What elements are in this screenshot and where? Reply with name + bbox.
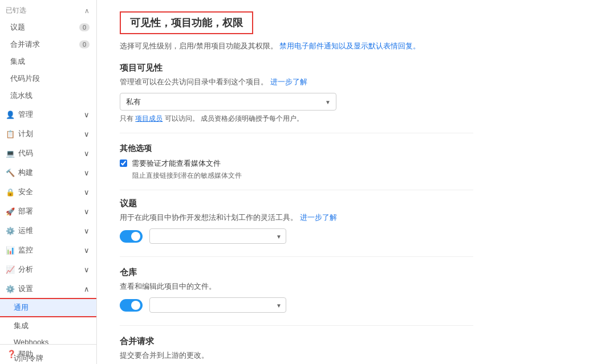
page-subtitle: 选择可见性级别，启用/禁用项目功能及其权限。 禁用电子邮件通知以及显示默认表情回… [120, 41, 473, 51]
other-options-title: 其他选项 [120, 144, 473, 154]
sidebar-item-integration[interactable]: 集成 [0, 53, 96, 70]
plan-chevron: ∨ [84, 130, 90, 138]
issues-toggle[interactable] [120, 230, 143, 243]
issues-select-wrapper [149, 228, 286, 244]
repository-toggle-row [120, 297, 473, 313]
sidebar-group-build-header[interactable]: 🔨 构建 ∨ [0, 163, 96, 182]
page-title-box: 可见性，项目功能，权限 [120, 11, 253, 34]
repository-select-wrapper [149, 297, 286, 313]
repository-section: 仓库 查看和编辑此项目中的文件。 [120, 267, 473, 326]
sidebar-group-plan-header[interactable]: 📋 计划 ∨ [0, 125, 96, 143]
admin-chevron: ∨ [84, 111, 90, 119]
merge-requests-desc: 提交要合并到上游的更改。 [120, 350, 473, 361]
sidebar-group-admin: 👤 管理 ∨ [0, 105, 96, 124]
build-icon: 🔨 [6, 169, 15, 177]
sidebar-group-code-header[interactable]: 💻 代码 ∨ [0, 144, 96, 162]
sidebar-item-issues[interactable]: 议题 0 [0, 19, 96, 36]
sidebar-group-security: 🔒 安全 ∨ [0, 183, 96, 201]
deploy-chevron: ∨ [84, 207, 90, 216]
visibility-title: 项目可见性 [120, 63, 473, 73]
sidebar-group-analyze-header[interactable]: 📈 分析 ∨ [0, 260, 96, 279]
sidebar-item-integrations[interactable]: 集成 [0, 317, 96, 334]
sidebar-group-admin-header[interactable]: 👤 管理 ∨ [0, 105, 96, 124]
admin-icon: 👤 [6, 111, 15, 119]
pinned-label: 已钉选 [6, 6, 26, 15]
pinned-chevron-icon: ∧ [84, 7, 90, 15]
repository-desc: 查看和编辑此项目中的文件。 [120, 281, 473, 292]
main-content: 可见性，项目功能，权限 选择可见性级别，启用/禁用项目功能及其权限。 禁用电子邮… [97, 0, 605, 364]
repository-select[interactable] [149, 297, 286, 313]
sidebar-group-code: 💻 代码 ∨ [0, 144, 96, 162]
pinned-items: 议题 0 合并请求 0 集成 代码片段 流水线 [0, 19, 96, 104]
monitor-chevron: ∨ [84, 246, 90, 255]
settings-icon: ⚙️ [6, 285, 15, 293]
sidebar-group-plan: 📋 计划 ∨ [0, 125, 96, 143]
help-icon: ❓ [7, 350, 16, 358]
sidebar-item-general[interactable]: 通用 [0, 298, 97, 317]
visibility-select[interactable]: 私有 内部 公开 [120, 93, 336, 111]
sidebar-group-security-header[interactable]: 🔒 安全 ∨ [0, 183, 96, 201]
sidebar-group-analyze: 📈 分析 ∨ [0, 260, 96, 279]
monitor-icon: 📊 [6, 246, 15, 255]
issues-select[interactable] [149, 228, 286, 244]
media-checkbox-row: 需要验证才能查看媒体文件 [120, 158, 473, 169]
subtitle-link[interactable]: 禁用电子邮件通知以及显示默认表情回复。 [279, 42, 420, 50]
media-checkbox-label: 需要验证才能查看媒体文件 [132, 158, 221, 169]
code-chevron: ∨ [84, 149, 90, 158]
media-checkbox-desc: 阻止直接链接到潜在的敏感媒体文件 [132, 171, 473, 181]
project-members-link[interactable]: 项目成员 [135, 114, 163, 122]
issues-learn-more[interactable]: 进一步了解 [300, 213, 337, 222]
repository-toggle[interactable] [120, 299, 143, 312]
merge-requests-section: 合并请求 提交要合并到上游的更改。 [120, 336, 473, 364]
analyze-chevron: ∨ [84, 265, 90, 274]
issues-desc: 用于在此项目中协作开发想法和计划工作的灵活工具。 进一步了解 [120, 212, 473, 223]
visibility-select-wrapper: 私有 内部 公开 [120, 93, 336, 111]
merge-requests-title: 合并请求 [120, 336, 473, 347]
visibility-desc: 管理谁可以在公共访问目录中看到这个项目。 进一步了解 [120, 77, 473, 87]
visibility-note: 只有 项目成员 可以访问。 成员资格必须明确授予每个用户。 [120, 114, 473, 124]
sidebar-group-deploy-header[interactable]: 🚀 部署 ∨ [0, 202, 96, 220]
security-icon: 🔒 [6, 188, 15, 197]
sidebar-pinned-section: 已钉选 ∧ 议题 0 合并请求 0 集成 代码片段 流水线 [0, 2, 96, 104]
analyze-icon: 📈 [6, 265, 15, 274]
issues-title: 议题 [120, 198, 473, 209]
security-chevron: ∨ [84, 188, 90, 197]
page-title: 可见性，项目功能，权限 [130, 16, 243, 30]
ops-icon: ⚙️ [6, 227, 15, 235]
sidebar-pinned-header[interactable]: 已钉选 ∧ [0, 2, 96, 19]
sidebar-group-monitor: 📊 监控 ∨ [0, 241, 96, 259]
plan-icon: 📋 [6, 130, 15, 138]
deploy-icon: 🚀 [6, 207, 15, 216]
sidebar-item-merge-requests[interactable]: 合并请求 0 [0, 36, 96, 53]
sidebar-group-ops-header[interactable]: ⚙️ 运维 ∨ [0, 222, 96, 240]
sidebar-help[interactable]: ❓ 帮助 [0, 344, 97, 364]
sidebar: 已钉选 ∧ 议题 0 合并请求 0 集成 代码片段 流水线 [0, 0, 97, 364]
issues-toggle-row [120, 228, 473, 244]
visibility-learn-more[interactable]: 进一步了解 [270, 77, 307, 86]
build-chevron: ∨ [84, 169, 90, 177]
sidebar-item-snippets[interactable]: 代码片段 [0, 70, 96, 87]
settings-chevron: ∧ [84, 285, 90, 293]
other-options-section: 其他选项 需要验证才能查看媒体文件 阻止直接链接到潜在的敏感媒体文件 [120, 144, 473, 190]
sidebar-group-ops: ⚙️ 运维 ∨ [0, 222, 96, 240]
visibility-section: 项目可见性 管理谁可以在公共访问目录中看到这个项目。 进一步了解 私有 内部 公… [120, 63, 473, 133]
issues-section: 议题 用于在此项目中协作开发想法和计划工作的灵活工具。 进一步了解 [120, 198, 473, 257]
sidebar-item-pipeline[interactable]: 流水线 [0, 87, 96, 104]
code-icon: 💻 [6, 149, 15, 158]
repository-title: 仓库 [120, 267, 473, 278]
sidebar-group-settings-header[interactable]: ⚙️ 设置 ∧ [0, 280, 96, 298]
sidebar-group-monitor-header[interactable]: 📊 监控 ∨ [0, 241, 96, 259]
media-checkbox[interactable] [120, 159, 127, 167]
sidebar-group-deploy: 🚀 部署 ∨ [0, 202, 96, 220]
ops-chevron: ∨ [84, 227, 90, 235]
sidebar-group-build: 🔨 构建 ∨ [0, 163, 96, 182]
content-area: 可见性，项目功能，权限 选择可见性级别，启用/禁用项目功能及其权限。 禁用电子邮… [97, 0, 496, 364]
